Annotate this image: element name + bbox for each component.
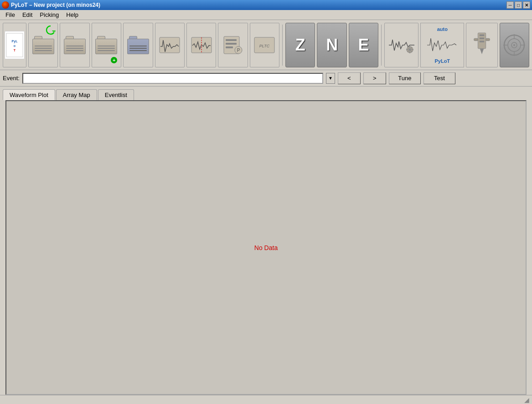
next-event-button[interactable]: > [363,72,386,84]
maximize-button[interactable]: □ [515,1,522,9]
svg-rect-10 [226,39,237,41]
app-icon [2,1,9,9]
waveform-settings-button[interactable] [384,23,418,67]
open-project-button[interactable] [123,23,153,67]
auto-pylot-button[interactable]: auto PyLoT [420,23,464,67]
svg-text:T: T [14,49,16,52]
z-component-button[interactable]: Z [285,23,315,67]
plus-badge-icon: + [111,57,117,63]
open-event-button[interactable] [60,23,89,67]
tab-array-map[interactable]: Array Map [56,89,97,100]
svg-text:PyL: PyL [12,40,18,43]
svg-rect-26 [480,41,484,42]
toolbar: PyL o T [0,20,532,70]
test-button[interactable]: Test [424,72,455,84]
export-button[interactable]: P [218,23,248,67]
pylot-logo: PyL o T [5,31,25,59]
status-bar: ◢ [0,395,532,404]
svg-rect-28 [474,38,478,41]
tab-waveform-plot[interactable]: Waveform Plot [3,89,55,100]
svg-text:P: P [237,48,240,53]
resize-grip[interactable]: ◢ [523,396,530,404]
title-bar: PyLoT – New project (on minos24) ─ □ ✕ [0,0,532,10]
title-bar-left: PyLoT – New project (on minos24) [2,1,100,9]
no-data-label: No Data [254,244,278,251]
menu-picking[interactable]: Picking [36,10,62,19]
filter-button[interactable] [155,23,185,67]
drill-button[interactable] [466,23,497,67]
event-label: Event: [3,75,20,82]
svg-rect-25 [480,37,484,39]
open-data-button[interactable]: + [92,23,121,67]
event-input[interactable] [22,73,323,84]
menu-help[interactable]: Help [62,10,82,19]
event-bar: Event: ▼ < > Tune Test [0,70,532,87]
pylot-brand-label: PyLoT [434,58,450,64]
svg-rect-24 [480,34,484,36]
svg-marker-4 [54,31,56,32]
auto-label: auto [437,26,448,32]
title-bar-controls[interactable]: ─ □ ✕ [506,1,530,9]
svg-rect-12 [226,46,233,48]
toolbar-separator [282,25,283,66]
target-button[interactable] [500,23,529,67]
pick-phases-button[interactable] [186,23,216,67]
n-component-button[interactable]: N [317,23,346,67]
tab-eventlist[interactable]: Eventlist [98,89,134,100]
e-component-button[interactable]: E [349,23,378,67]
toolbar-separator-2 [381,25,382,66]
svg-marker-27 [480,48,484,54]
event-dropdown[interactable]: ▼ [326,73,335,84]
svg-rect-29 [486,38,490,41]
menu-bar: File Edit Picking Help [0,10,532,20]
green-arrow-icon [46,25,56,36]
spectrogram-button[interactable]: PLTC [250,23,279,67]
pylot-logo-button[interactable]: PyL o T [3,23,26,67]
menu-file[interactable]: File [2,10,19,19]
new-project-button[interactable] [28,23,58,67]
svg-rect-11 [226,43,237,45]
close-button[interactable]: ✕ [523,1,530,9]
window-title: PyLoT – New project (on minos24) [11,2,100,8]
menu-edit[interactable]: Edit [19,10,36,19]
minimize-button[interactable]: ─ [506,1,514,9]
tab-bar: Waveform Plot Array Map Eventlist [0,87,532,100]
svg-marker-5 [52,31,54,32]
main-content-area: No Data [5,100,527,395]
svg-point-33 [513,44,515,46]
svg-text:PLTC: PLTC [259,44,270,48]
prev-event-button[interactable]: < [338,72,361,84]
tune-button[interactable]: Tune [389,72,421,84]
svg-text:o: o [14,44,15,47]
